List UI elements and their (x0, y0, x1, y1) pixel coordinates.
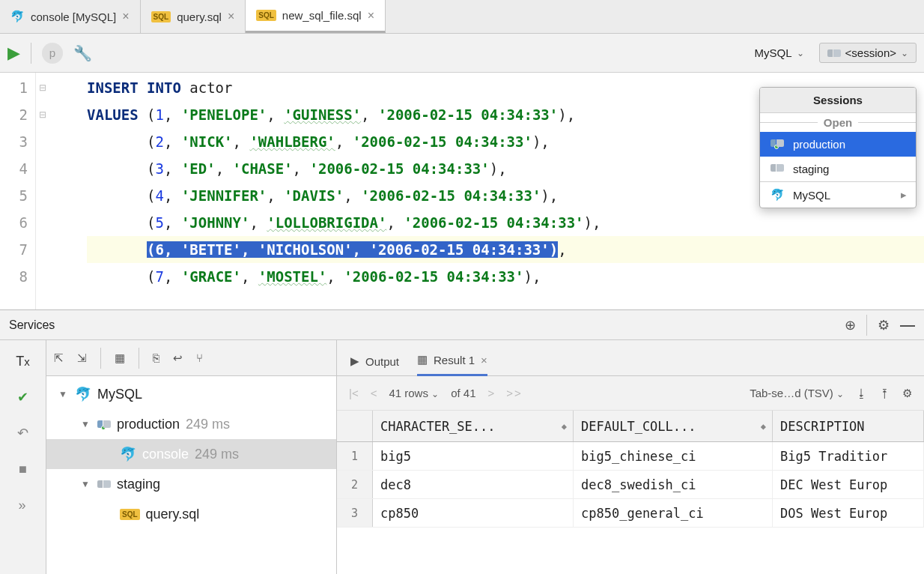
datasource-icon (827, 48, 841, 58)
sort-icon[interactable]: ◆ (761, 421, 766, 432)
sql-icon: SQL (120, 509, 140, 520)
grid-cell[interactable]: cp850_general_ci (574, 499, 773, 527)
tree-label: console (142, 447, 189, 462)
grid-cell[interactable]: big5 (373, 442, 574, 470)
more-icon[interactable]: » (11, 489, 35, 522)
grid-cell[interactable]: dec8 (373, 471, 574, 498)
editor-tab[interactable]: 🐬console [MySQL]× (0, 0, 141, 33)
session-label: production (793, 138, 845, 151)
grid-row[interactable]: 3cp850cp850_general_ciDOS West Europ (337, 499, 924, 528)
column-header[interactable]: DEFAULT_COLL...◆ (574, 411, 773, 441)
grid-row[interactable]: 1big5big5_chinese_ciBig5 Traditior (337, 442, 924, 471)
column-header[interactable]: DESCRIPTION (773, 411, 924, 441)
next-page-icon[interactable]: > (488, 387, 495, 399)
sort-icon[interactable]: ◆ (562, 421, 567, 432)
dolphin-icon: 🐬 (120, 446, 136, 462)
close-icon[interactable]: × (122, 10, 129, 23)
grid-row[interactable]: 2dec8dec8_swedish_ciDEC West Europ (337, 471, 924, 499)
datasource-icon (770, 138, 784, 148)
tree-node[interactable]: ▼🐬MySQL (46, 379, 336, 409)
row-number: 2 (337, 471, 373, 498)
popup-item-label: MySQL (793, 189, 830, 202)
stop-icon[interactable]: ■ (11, 453, 35, 486)
session-dropdown[interactable]: <session> ⌄ (819, 43, 917, 63)
datasource-dropdown[interactable]: MySQL ⌄ (747, 43, 812, 62)
tree-node[interactable]: ▼production 249 ms (46, 409, 336, 439)
layout-icon[interactable]: ▦ (115, 351, 125, 365)
editor-tab[interactable]: SQLnew_sql_file.sql× (246, 0, 386, 33)
chevron-down-icon: ⌄ (901, 48, 908, 58)
services-panel: Services ⊕ ⚙ — Tx ✔ ↶ ■ » ⇱ ⇲ ▦ ⎘ ↩ ⑂ (0, 309, 924, 574)
collapse-all-icon[interactable]: ⇲ (77, 351, 87, 365)
tree-node[interactable]: SQLquery.sql (46, 499, 336, 529)
tree-node[interactable]: ▼staging (46, 469, 336, 499)
datasource-icon (770, 163, 784, 173)
last-page-icon[interactable]: >> (506, 387, 523, 399)
line-gutter: 12345678 (0, 73, 36, 309)
grid-cell[interactable]: Big5 Traditior (773, 442, 924, 470)
close-icon[interactable]: × (228, 10, 234, 23)
settings-icon[interactable]: 🔧 (73, 44, 92, 62)
prev-page-icon[interactable]: < (371, 387, 377, 399)
expand-icon[interactable]: ▼ (58, 389, 69, 399)
rows-dropdown[interactable]: 41 rows ⌄ (389, 387, 439, 399)
output-tab[interactable]: ▶ Output (350, 354, 399, 375)
result-tabs: ▶ Output ▦ Result 1 × (337, 340, 924, 376)
commit-icon[interactable]: ✔ (11, 381, 35, 414)
target-icon[interactable]: ⊕ (845, 317, 856, 333)
grid-cell[interactable]: cp850 (373, 499, 574, 527)
grid-cell[interactable]: DEC West Europ (773, 471, 924, 498)
result-tab[interactable]: ▦ Result 1 × (417, 353, 487, 376)
format-dropdown[interactable]: Tab-se…d (TSV) ⌄ (750, 387, 844, 399)
tree-node[interactable]: 🐬console 249 ms (46, 439, 336, 469)
services-tree[interactable]: ▼🐬MySQL▼production 249 ms🐬console 249 ms… (46, 376, 336, 574)
row-number: 1 (337, 442, 373, 470)
result-grid[interactable]: CHARACTER_SE...◆ DEFAULT_COLL...◆ DESCRI… (337, 411, 924, 574)
editor-tab[interactable]: SQLquery.sql× (141, 0, 246, 33)
expand-all-icon[interactable]: ⇱ (54, 351, 64, 365)
session-item[interactable]: staging (760, 157, 916, 181)
services-tree-panel: ⇱ ⇲ ▦ ⎘ ↩ ⑂ ▼🐬MySQL▼production 249 ms🐬co… (46, 340, 337, 574)
grid-cell[interactable]: big5_chinese_ci (574, 442, 773, 470)
result-pager: |< < 41 rows ⌄ of 41 > >> Tab-se…d (TSV)… (337, 376, 924, 411)
gear-icon[interactable]: ⚙ (878, 317, 890, 333)
export-icon[interactable]: ⭳ (856, 387, 867, 399)
column-header[interactable]: CHARACTER_SE...◆ (373, 411, 574, 441)
tree-label: production (117, 417, 180, 432)
datasource-icon (97, 479, 111, 489)
minimize-icon[interactable]: — (900, 316, 915, 333)
run-icon: ▶ (350, 354, 359, 368)
tx-mode-button[interactable]: p (42, 43, 63, 64)
duration: 249 ms (186, 417, 230, 432)
separator (139, 348, 139, 369)
run-button[interactable]: ▶ (7, 43, 20, 63)
new-console-icon[interactable]: ⎘ (153, 351, 159, 364)
expand-icon[interactable]: ▼ (81, 479, 91, 489)
close-icon[interactable]: × (481, 354, 487, 366)
rollback-icon[interactable]: ↶ (11, 417, 35, 450)
tab-label: new_sql_file.sql (282, 9, 362, 22)
grid-cell[interactable]: dec8_swedish_ci (574, 471, 773, 498)
grid-header: CHARACTER_SE...◆ DEFAULT_COLL...◆ DESCRI… (337, 411, 924, 442)
close-icon[interactable]: × (368, 9, 374, 22)
services-title: Services (9, 318, 55, 332)
import-icon[interactable]: ⭱ (879, 387, 890, 399)
dolphin-icon: 🐬 (75, 386, 91, 402)
branch-icon[interactable]: ⑂ (196, 351, 203, 364)
separator (100, 348, 101, 369)
session-item[interactable]: production (760, 132, 916, 157)
expand-icon[interactable]: ▼ (81, 419, 91, 429)
tx-label[interactable]: Tx (11, 345, 35, 378)
rows-total: of 41 (451, 387, 475, 399)
first-page-icon[interactable]: |< (349, 387, 359, 399)
tab-label: query.sql (177, 10, 222, 23)
services-content: ▶ Output ▦ Result 1 × |< < 41 rows ⌄ of … (337, 340, 924, 574)
session-label: staging (793, 163, 829, 175)
dolphin-icon: 🐬 (10, 10, 25, 23)
sql-icon: SQL (151, 11, 171, 22)
link-icon[interactable]: ↩ (173, 351, 183, 365)
popup-datasource-item[interactable]: 🐬 MySQL ▸ (760, 182, 916, 208)
gear-icon[interactable]: ⚙ (902, 387, 912, 400)
sql-icon: SQL (256, 10, 276, 21)
grid-cell[interactable]: DOS West Europ (773, 499, 924, 527)
